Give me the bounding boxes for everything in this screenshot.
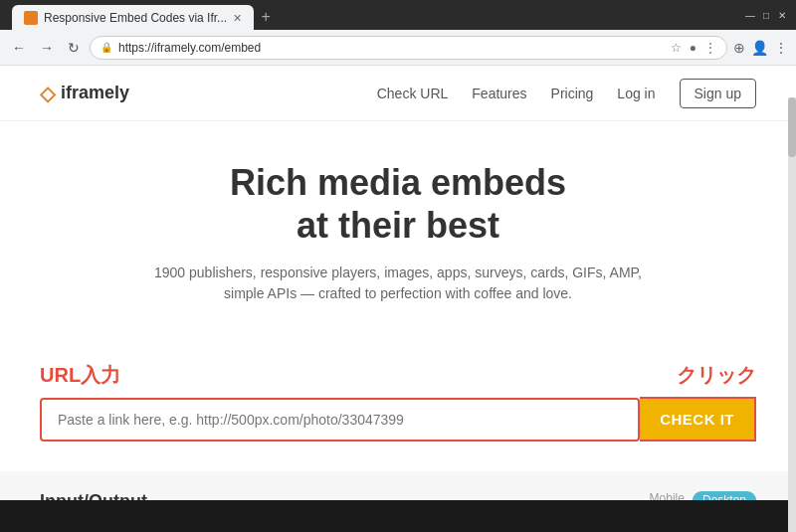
nav-features[interactable]: Features [472, 86, 526, 101]
site-logo[interactable]: ◇ iframely [40, 82, 129, 105]
browser-icon: ● [690, 41, 696, 55]
bookmark-icon[interactable]: ☆ [671, 41, 682, 55]
output-panel: Input/Output Terri Timely / Oct 6, 2015 … [40, 491, 537, 500]
nav-check-url[interactable]: Check URL [377, 86, 449, 101]
window-controls: — □ ✕ [744, 9, 788, 21]
view-tabs: Mobile Desktop [557, 491, 756, 500]
lower-section: Input/Output Terri Timely / Oct 6, 2015 … [0, 471, 796, 500]
browser-toolbar: ⊕ 👤 ⋮ [733, 40, 788, 56]
hero-subtitle: 1900 publishers, responsive players, ima… [149, 263, 647, 304]
extensions-icon[interactable]: ⊕ [733, 40, 745, 56]
nav-pricing[interactable]: Pricing [551, 86, 594, 101]
logo-icon: ◇ [40, 82, 55, 105]
mobile-tab[interactable]: Mobile [650, 491, 685, 500]
more-icon[interactable]: ⋮ [704, 41, 716, 55]
click-annotation-label: クリック [677, 362, 756, 389]
url-annotation-label: URL入力 [40, 362, 120, 389]
signup-button[interactable]: Sign up [680, 79, 756, 108]
scrollbar[interactable] [788, 97, 796, 532]
refresh-button[interactable]: ↻ [64, 38, 84, 58]
output-title: Input/Output [40, 491, 537, 500]
url-bar[interactable]: 🔒 https://iframely.com/embed ☆ ● ⋮ [90, 36, 727, 60]
new-tab-button[interactable]: + [254, 5, 278, 29]
url-text: https://iframely.com/embed [118, 41, 261, 55]
desktop-tab[interactable]: Desktop [693, 491, 756, 500]
close-button[interactable]: ✕ [776, 9, 788, 21]
site-nav: ◇ iframely Check URL Features Pricing Lo… [0, 66, 796, 121]
tab-favicon [24, 11, 38, 25]
page-content: ◇ iframely Check URL Features Pricing Lo… [0, 66, 796, 500]
url-bar-actions: ☆ ● ⋮ [671, 41, 716, 55]
nav-login[interactable]: Log in [617, 86, 655, 101]
url-input-wrapper: CHECK IT [40, 397, 756, 442]
hero-section: Rich media embeds at their best 1900 pub… [0, 121, 796, 362]
user-icon[interactable]: 👤 [751, 40, 768, 56]
hero-title: Rich media embeds at their best [20, 161, 776, 247]
maximize-button[interactable]: □ [760, 9, 772, 21]
minimize-button[interactable]: — [744, 9, 756, 21]
menu-icon[interactable]: ⋮ [774, 40, 788, 56]
active-tab[interactable]: Responsive Embed Codes via Ifr... ✕ [12, 5, 254, 31]
nav-links: Check URL Features Pricing Log in Sign u… [377, 79, 756, 108]
right-panel: Mobile Desktop BEST OF THE YEAR [557, 491, 756, 500]
scrollbar-thumb[interactable] [788, 97, 796, 157]
back-button[interactable]: ← [8, 38, 30, 58]
forward-button[interactable]: → [36, 38, 58, 58]
window-chrome: Responsive Embed Codes via Ifr... ✕ + — … [0, 0, 796, 30]
url-input[interactable] [40, 398, 640, 442]
url-input-area: URL入力 クリック CHECK IT [0, 362, 796, 471]
address-bar: ← → ↻ 🔒 https://iframely.com/embed ☆ ● ⋮… [0, 30, 796, 66]
check-it-button[interactable]: CHECK IT [640, 397, 756, 442]
lock-icon: 🔒 [100, 42, 112, 53]
tab-title: Responsive Embed Codes via Ifr... [44, 11, 227, 25]
tab-close-button[interactable]: ✕ [233, 12, 242, 25]
logo-text: iframely [61, 83, 129, 103]
